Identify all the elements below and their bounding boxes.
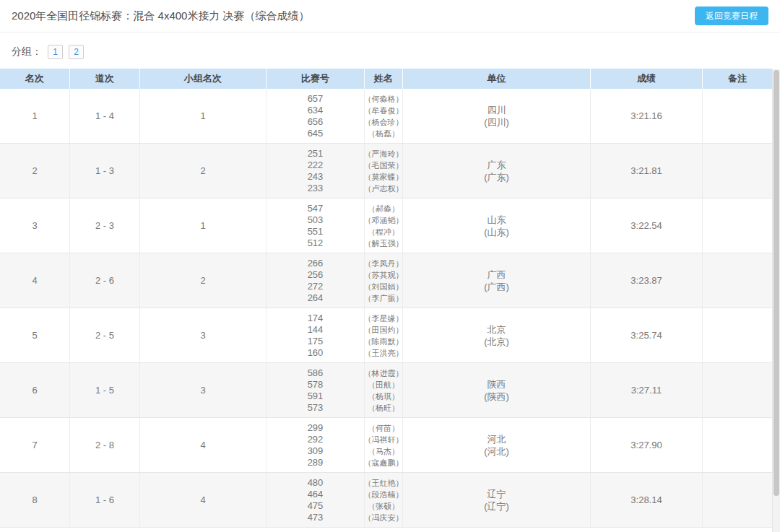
- athlete-name: （王洪亮）: [364, 347, 404, 359]
- athlete-name: （冯庆安）: [364, 512, 404, 523]
- bib-number: 512: [308, 237, 324, 249]
- bib-number: 256: [308, 269, 324, 281]
- column-header-result: 成绩: [591, 69, 703, 89]
- group-rank-cell: 2: [140, 144, 266, 198]
- rank-cell: 6: [0, 363, 70, 417]
- team-name: 四川: [488, 104, 506, 116]
- team-name-alt: (广西): [484, 281, 509, 293]
- result-cell: 3:27.90: [591, 418, 703, 472]
- athlete-name: （林进霞）: [364, 367, 404, 379]
- scrollbar-thumb[interactable]: [774, 70, 779, 496]
- rank-cell: 2: [0, 144, 70, 198]
- team-name: 河北: [488, 433, 506, 445]
- rank-cell: 5: [0, 308, 70, 362]
- bib-cell: 547 503 551 512: [266, 199, 365, 253]
- bib-number: 251: [308, 148, 324, 160]
- table-row: 1 1 - 4 1 657 634 656 645 （何淼格） （牟春俊） （杨…: [0, 89, 772, 144]
- team-cell: 山东 (山东): [403, 199, 591, 253]
- name-cell: （王红艳） （段浩楠） （张硕） （冯庆安）: [365, 473, 403, 527]
- table-row: 4 2 - 6 2 266 256 272 264 （李凤丹） （苏其观） （刘…: [0, 253, 772, 308]
- lane-cell: 2 - 3: [70, 199, 140, 253]
- back-to-schedule-button[interactable]: 返回竞赛日程: [695, 6, 768, 25]
- group-button-2[interactable]: 2: [69, 45, 84, 59]
- athlete-name: （李星缘）: [364, 313, 404, 324]
- page-title: 2020年全国田径锦标赛：混合 4x400米接力 决赛（综合成绩）: [12, 9, 310, 23]
- bib-cell: 251 222 243 233: [266, 144, 365, 198]
- athlete-name: （刘国娟）: [364, 281, 404, 292]
- group-selector: 分组： 1 2: [12, 45, 768, 59]
- column-header-group-rank: 小组名次: [140, 69, 266, 89]
- team-name: 辽宁: [488, 488, 506, 500]
- column-header-team: 单位: [403, 69, 591, 89]
- page-header: 2020年全国田径锦标赛：混合 4x400米接力 决赛（综合成绩） 返回竞赛日程: [0, 0, 780, 32]
- result-cell: 3:21.16: [591, 89, 703, 143]
- result-cell: 3:22.54: [591, 199, 703, 253]
- remark-cell: [703, 363, 772, 417]
- athlete-name: （郝淼）: [368, 203, 399, 214]
- vertical-scrollbar[interactable]: [772, 69, 780, 532]
- team-name-alt: (辽宁): [484, 500, 509, 513]
- table-row: 6 1 - 5 3 586 578 591 573 （林进霞） （田航） （杨琪…: [0, 363, 772, 418]
- remark-cell: [703, 308, 772, 362]
- result-cell: 3:28.14: [591, 473, 703, 527]
- name-cell: （何淼格） （牟春俊） （杨会珍） （杨磊）: [365, 89, 403, 143]
- bib-number: 266: [308, 258, 324, 269]
- result-cell: 3:21.81: [591, 144, 703, 198]
- bib-number: 243: [308, 171, 324, 183]
- bib-number: 547: [308, 203, 324, 214]
- athlete-name: （卢志权）: [364, 183, 404, 194]
- lane-cell: 2 - 6: [70, 253, 140, 308]
- column-header-remark: 备注: [703, 69, 772, 89]
- column-header-rank: 名次: [0, 69, 70, 89]
- rank-cell: 3: [0, 199, 70, 253]
- group-label: 分组：: [12, 45, 42, 58]
- bib-number: 175: [308, 336, 324, 347]
- remark-cell: [703, 144, 772, 198]
- rank-cell: 8: [0, 473, 70, 527]
- athlete-name: （严海玲）: [364, 148, 404, 160]
- group-rank-cell: 3: [140, 308, 266, 362]
- athlete-name: （田航）: [368, 379, 399, 391]
- athlete-name: （杨会珍）: [364, 116, 404, 128]
- group-button-1[interactable]: 1: [48, 45, 63, 59]
- athlete-name: （寇鑫鹏）: [364, 457, 404, 468]
- table-row: 8 1 - 6 4 480 464 475 473 （王红艳） （段浩楠） （张…: [0, 473, 772, 528]
- name-cell: （严海玲） （毛国荣） （莫家蝶） （卢志权）: [365, 144, 403, 198]
- team-cell: 广西 (广西): [403, 253, 591, 308]
- name-cell: （林进霞） （田航） （杨琪） （杨旺）: [365, 363, 403, 417]
- team-cell: 四川 (四川): [403, 89, 591, 143]
- team-cell: 陕西 (陕西): [403, 363, 591, 417]
- table-row: 3 2 - 3 1 547 503 551 512 （郝淼） （邓涵韬） （程冲…: [0, 199, 772, 253]
- bib-number: 222: [308, 160, 324, 171]
- team-name-alt: (山东): [484, 226, 509, 238]
- bib-number: 299: [308, 422, 324, 434]
- bib-number: 578: [308, 379, 324, 391]
- group-rank-cell: 4: [140, 418, 266, 472]
- bib-number: 289: [308, 457, 324, 468]
- athlete-name: （解玉强）: [364, 237, 404, 249]
- bib-cell: 299 292 309 289: [266, 418, 365, 472]
- lane-cell: 1 - 6: [70, 473, 140, 527]
- athlete-name: （毛国荣）: [364, 160, 404, 171]
- athlete-name: （苏其观）: [364, 269, 404, 281]
- bib-cell: 480 464 475 473: [266, 473, 365, 527]
- athlete-name: （杨旺）: [368, 402, 399, 414]
- team-name-alt: (河北): [484, 445, 509, 458]
- athlete-name: （牟春俊）: [364, 105, 404, 116]
- team-name-alt: (陕西): [484, 391, 509, 403]
- team-name-alt: (广东): [484, 171, 509, 183]
- name-cell: （李凤丹） （苏其观） （刘国娟） （李广振）: [365, 253, 403, 308]
- column-header-lane: 道次: [70, 69, 140, 89]
- bib-cell: 586 578 591 573: [266, 363, 365, 417]
- athlete-name: （何淼格）: [364, 93, 404, 105]
- lane-cell: 1 - 3: [70, 144, 140, 198]
- athlete-name: （杨磊）: [368, 128, 399, 139]
- bib-cell: 266 256 272 264: [266, 253, 365, 308]
- team-cell: 河北 (河北): [403, 418, 591, 472]
- bib-number: 144: [308, 324, 324, 336]
- bib-number: 309: [308, 445, 324, 457]
- bib-number: 174: [308, 313, 324, 324]
- result-cell: 3:23.87: [591, 253, 703, 308]
- bib-number: 480: [308, 477, 324, 489]
- team-name: 山东: [488, 214, 506, 226]
